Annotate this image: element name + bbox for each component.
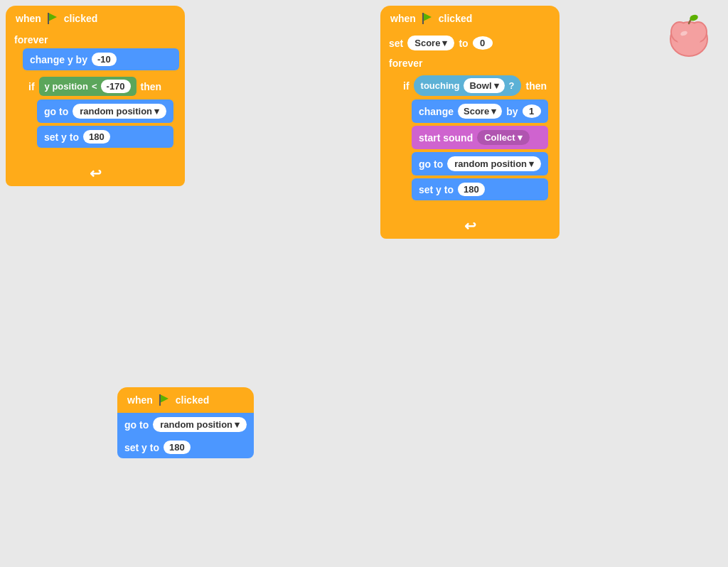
svg-point-9 — [676, 23, 702, 48]
if-row-right: if touching Bowl ▾ ? then — [397, 72, 554, 99]
forever-arrow: ↩ — [6, 163, 185, 186]
forever-arrow-right: ↩ — [380, 216, 560, 239]
goto-block-lb[interactable]: go to random position ▾ — [117, 413, 254, 436]
change-y-block[interactable]: change y by -10 — [23, 48, 179, 70]
hat-block-left-bottom[interactable]: when clicked — [117, 387, 254, 413]
set-score-block[interactable]: set Score ▾ to 0 — [380, 31, 560, 55]
clicked-label: clicked — [64, 13, 97, 24]
left-bottom-stack: when clicked go to random position ▾ set… — [117, 387, 254, 458]
if-label: if — [28, 81, 35, 92]
green-flag-icon-b — [157, 393, 171, 407]
goto-label: go to — [44, 106, 68, 117]
if-inner-right: change Score ▾ by 1 start sound Collect — [397, 99, 554, 203]
forever-inner: change y by -10 if y position < -170 the… — [6, 48, 185, 163]
forever-block-left: forever change y by -10 if y position < … — [6, 31, 185, 186]
if-block-right: if touching Bowl ▾ ? then — [397, 72, 554, 213]
clicked-label-r: clicked — [439, 13, 472, 24]
sety-value[interactable]: 180 — [83, 130, 110, 144]
if-row: if y position < -170 then — [23, 73, 179, 99]
sety-value-r[interactable]: 180 — [458, 183, 485, 196]
sound-label: start sound — [419, 132, 473, 144]
sety-label-lb: set y to — [124, 442, 159, 453]
then-label-r: then — [525, 80, 547, 92]
when-label-r: when — [390, 13, 416, 24]
score-dropdown-2[interactable]: Score ▾ — [458, 104, 502, 119]
then-label: then — [141, 81, 162, 92]
svg-marker-2 — [160, 394, 168, 403]
sety-label: set y to — [44, 131, 79, 143]
goto-block-left[interactable]: go to random position ▾ — [37, 99, 173, 123]
clicked-label-b: clicked — [176, 394, 209, 406]
change-value[interactable]: 1 — [523, 104, 541, 118]
forever-label: forever — [6, 31, 185, 48]
sety-block-right[interactable]: set y to 180 — [412, 178, 548, 200]
svg-rect-3 — [159, 394, 161, 406]
svg-rect-5 — [422, 13, 424, 24]
set-value[interactable]: 0 — [473, 36, 493, 50]
change-y-label: change y by — [30, 54, 87, 65]
sety-block-lb[interactable]: set y to 180 — [117, 436, 254, 458]
score-dropdown[interactable]: Score ▾ — [407, 36, 454, 50]
hat-block-left-top[interactable]: when clicked — [6, 6, 185, 31]
forever-label-r: forever — [380, 55, 560, 72]
svg-marker-0 — [48, 13, 57, 21]
right-stack: when clicked set Score ▾ to 0 forever if — [380, 6, 560, 239]
if-block-left: if y position < -170 then go to — [23, 73, 179, 161]
apple-sprite — [664, 11, 714, 60]
change-score-block[interactable]: change Score ▾ by 1 — [412, 99, 548, 123]
condition-value[interactable]: -170 — [101, 80, 131, 93]
change-label: change — [419, 106, 454, 117]
touching-label: touching — [421, 80, 460, 91]
forever-inner-right: if touching Bowl ▾ ? then — [380, 72, 560, 216]
when-label-b: when — [127, 394, 153, 406]
sety-label-r: set y to — [419, 184, 454, 195]
sety-value-lb[interactable]: 180 — [164, 441, 191, 454]
left-top-stack: when clicked forever change y by -10 if — [6, 6, 185, 186]
goto-label-lb: go to — [124, 419, 149, 431]
goto-dropdown-r[interactable]: random position ▾ — [447, 156, 541, 171]
goto-block-right[interactable]: go to random position ▾ — [412, 152, 548, 176]
forever-block-right: forever if touching Bowl ▾ ? then — [380, 55, 560, 239]
goto-label-r: go to — [419, 158, 443, 170]
by-label: by — [506, 106, 518, 117]
question-mark: ? — [509, 80, 515, 91]
goto-dropdown[interactable]: random position ▾ — [73, 104, 166, 119]
svg-marker-4 — [423, 13, 432, 21]
if-label-r: if — [403, 80, 410, 92]
sound-block[interactable]: start sound Collect ▾ — [412, 126, 548, 149]
change-y-value[interactable]: -10 — [92, 53, 117, 66]
if-inner: go to random position ▾ set y to 180 — [23, 99, 179, 151]
touching-condition[interactable]: touching Bowl ▾ ? — [414, 75, 522, 96]
bowl-dropdown[interactable]: Bowl ▾ — [464, 78, 504, 93]
to-label: to — [459, 38, 468, 49]
less-than-op: < — [92, 81, 97, 92]
set-label: set — [389, 38, 403, 49]
when-label: when — [16, 13, 41, 24]
svg-rect-1 — [48, 13, 49, 24]
y-position-label: y position — [45, 81, 88, 92]
sety-block-left[interactable]: set y to 180 — [37, 126, 173, 148]
hat-block-right[interactable]: when clicked — [380, 6, 560, 31]
goto-dropdown-lb[interactable]: random position ▾ — [153, 417, 247, 432]
green-flag-icon-r — [420, 11, 434, 26]
condition-block[interactable]: y position < -170 — [39, 77, 136, 96]
collect-dropdown[interactable]: Collect ▾ — [477, 130, 529, 145]
green-flag-icon — [46, 11, 60, 26]
